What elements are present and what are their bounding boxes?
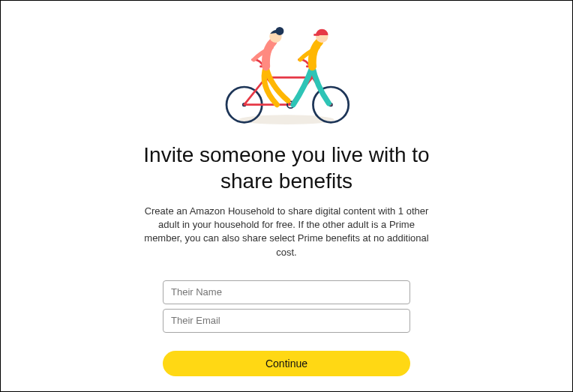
continue-button[interactable]: Continue: [163, 351, 410, 376]
their-name-input[interactable]: [163, 280, 410, 304]
tandem-bike-illustration: [212, 16, 362, 128]
their-email-input[interactable]: [163, 309, 410, 333]
svg-rect-9: [314, 34, 319, 36]
page-subtext: Create an Amazon Household to share digi…: [144, 205, 429, 259]
invite-form: Continue: [163, 280, 410, 376]
page-heading: Invite someone you live with to share be…: [129, 142, 444, 194]
